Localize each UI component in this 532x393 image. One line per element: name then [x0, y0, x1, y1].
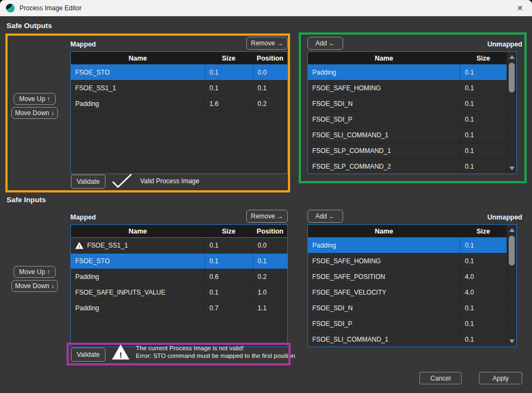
outputs-validate-button[interactable]: Validate — [71, 175, 106, 189]
table-row[interactable]: Padding0.1 — [308, 238, 507, 254]
inputs-remove-button[interactable]: Remove → — [246, 210, 288, 223]
column-header-size[interactable]: Size — [205, 225, 253, 237]
table-row[interactable]: Padding0.60.2 — [71, 269, 287, 285]
cell-name: FSOE_SLI_COMMAND_1 — [308, 332, 460, 347]
table-row[interactable]: FSOE_SAFE_HOMING0.1 — [308, 254, 507, 269]
cell-position: 0.0 — [253, 65, 287, 80]
window-title: Process Image Editor — [19, 4, 82, 12]
cell-size: 0.1 — [460, 128, 507, 143]
table-row[interactable]: FSOE_SLI_COMMAND_10.1 — [308, 332, 507, 347]
inputs-validate-button[interactable]: Validate — [71, 348, 106, 362]
scroll-down-icon[interactable] — [507, 337, 517, 345]
cell-size: 0.1 — [205, 65, 253, 80]
error-line-1: The current Process Image is not valid! — [136, 344, 295, 352]
inputs-move-down-button[interactable]: Move Down ↓ — [11, 280, 58, 292]
cell-size: 0.1 — [460, 332, 507, 347]
vertical-scrollbar[interactable] — [507, 52, 516, 174]
cell-size: 0.1 — [460, 81, 507, 96]
table-row[interactable]: FSOE_STO0.10.0 — [71, 65, 287, 81]
titlebar: Process Image Editor ✕ — [0, 0, 532, 16]
cell-position: 0.0 — [253, 238, 287, 253]
apply-button[interactable]: Apply — [479, 372, 522, 384]
outputs-unmapped-table[interactable]: Name Size Padding0.1FSOE_SAFE_HOMING0.1F… — [307, 51, 517, 174]
cell-size: 0.1 — [460, 238, 507, 253]
outputs-remove-button[interactable]: Remove → — [246, 37, 288, 50]
table-header: Name Size — [308, 225, 507, 238]
table-row[interactable]: Padding1.60.2 — [71, 96, 287, 112]
table-row[interactable]: FSOE_SDI_N0.1 — [308, 96, 507, 112]
cell-size: 0.1 — [460, 143, 507, 158]
cell-name: FSOE_SLP_COMMAND_1 — [308, 143, 460, 158]
warning-icon: ! — [112, 344, 129, 359]
column-header-size[interactable]: Size — [460, 52, 507, 64]
column-header-name[interactable]: Name — [71, 52, 205, 64]
column-header-size[interactable]: Size — [460, 225, 507, 237]
inputs-add-button[interactable]: Add ← — [307, 210, 343, 223]
outputs-move-down-button[interactable]: Move Down ↓ — [11, 107, 58, 119]
cell-name: FSOE_SDI_P — [308, 112, 460, 127]
table-row[interactable]: FSOE_SAFE_INPUTS_VALUE0.11.0 — [71, 285, 287, 301]
table-row[interactable]: FSOE_SLI_COMMAND_10.1 — [308, 128, 507, 143]
column-header-position[interactable]: Position — [253, 225, 287, 237]
vertical-scrollbar[interactable] — [507, 225, 516, 347]
scrollbar-thumb[interactable] — [509, 236, 515, 265]
table-row[interactable]: FSOE_SAFE_POSITION4.0 — [308, 269, 507, 285]
cell-size: 0.1 — [460, 96, 507, 111]
cell-position: 0.1 — [253, 81, 287, 96]
cell-size: 0.1 — [460, 65, 507, 80]
cell-size: 0.1 — [205, 238, 253, 253]
cell-size: 0.7 — [205, 301, 253, 316]
check-icon — [111, 173, 133, 189]
table-row[interactable]: FSOE_SS1_10.10.1 — [71, 81, 287, 96]
column-header-position[interactable]: Position — [253, 52, 287, 64]
cell-name: Padding — [71, 269, 205, 284]
cell-size: 4.0 — [460, 285, 507, 300]
outputs-move-up-button[interactable]: Move Up ↑ — [14, 93, 56, 105]
inputs-mapped-table[interactable]: Name Size Position !FSOE_SS1_10.10.0FSOE… — [70, 224, 288, 347]
section-title-safe-inputs: Safe Inputs — [6, 196, 46, 204]
scroll-down-icon[interactable] — [507, 164, 517, 172]
table-row[interactable]: FSOE_SAFE_VELOCITY4.0 — [308, 285, 507, 301]
table-row[interactable]: !FSOE_SS1_10.10.0 — [71, 238, 287, 254]
close-button[interactable]: ✕ — [508, 0, 532, 16]
column-header-name[interactable]: Name — [308, 52, 460, 64]
table-row[interactable]: FSOE_SAFE_HOMING0.1 — [308, 81, 507, 96]
cell-name: FSOE_SAFE_INPUTS_VALUE — [71, 285, 205, 300]
inputs-unmapped-label: Unmapped — [482, 214, 522, 221]
table-row[interactable]: FSOE_STO0.10.1 — [71, 254, 287, 269]
table-row[interactable]: FSOE_SLP_COMMAND_10.1 — [308, 143, 507, 159]
column-header-name[interactable]: Name — [71, 225, 205, 237]
cell-name: FSOE_SAFE_HOMING — [308, 254, 460, 269]
cancel-button[interactable]: Cancel — [419, 372, 462, 384]
cell-name: FSOE_STO — [71, 254, 205, 269]
table-row[interactable]: Padding0.1 — [308, 65, 507, 81]
cell-size: 0.6 — [205, 269, 253, 284]
table-row[interactable]: Padding0.71.1 — [71, 301, 287, 316]
column-header-name[interactable]: Name — [308, 225, 460, 237]
scroll-up-icon[interactable] — [507, 226, 517, 234]
table-row[interactable]: FSOE_SDI_P0.1 — [308, 316, 507, 332]
app-logo-icon — [6, 4, 15, 12]
cell-name: FSOE_SDI_P — [308, 316, 460, 331]
cell-name: FSOE_SS1_1 — [71, 81, 205, 96]
table-row[interactable]: FSOE_SLP_COMMAND_20.1 — [308, 159, 507, 174]
column-header-size[interactable]: Size — [205, 52, 253, 64]
section-title-safe-outputs: Safe Outputs — [6, 22, 52, 30]
scrollbar-thumb[interactable] — [509, 63, 515, 92]
cell-size: 0.1 — [460, 316, 507, 331]
table-row[interactable]: FSOE_SDI_P0.1 — [308, 112, 507, 128]
outputs-validate-status-text: Valid Process Image — [140, 177, 199, 185]
outputs-add-button[interactable]: Add ← — [307, 37, 343, 50]
cell-name: FSOE_SAFE_POSITION — [308, 269, 460, 284]
outputs-validate-status: Valid Process Image — [111, 173, 199, 189]
scroll-up-icon[interactable] — [507, 53, 517, 61]
table-header: Name Size Position — [71, 225, 287, 238]
cell-position: 0.2 — [253, 269, 287, 284]
table-row[interactable]: FSOE_SDI_N0.1 — [308, 301, 507, 316]
inputs-unmapped-table[interactable]: Name Size Padding0.1FSOE_SAFE_HOMING0.1F… — [307, 224, 517, 347]
cell-size: 1.6 — [205, 96, 253, 111]
outputs-mapped-table[interactable]: Name Size Position FSOE_STO0.10.0FSOE_SS… — [70, 51, 288, 174]
inputs-move-up-button[interactable]: Move Up ↑ — [14, 266, 56, 278]
cell-name: FSOE_SLI_COMMAND_1 — [308, 128, 460, 143]
table-header: Name Size — [308, 52, 507, 65]
